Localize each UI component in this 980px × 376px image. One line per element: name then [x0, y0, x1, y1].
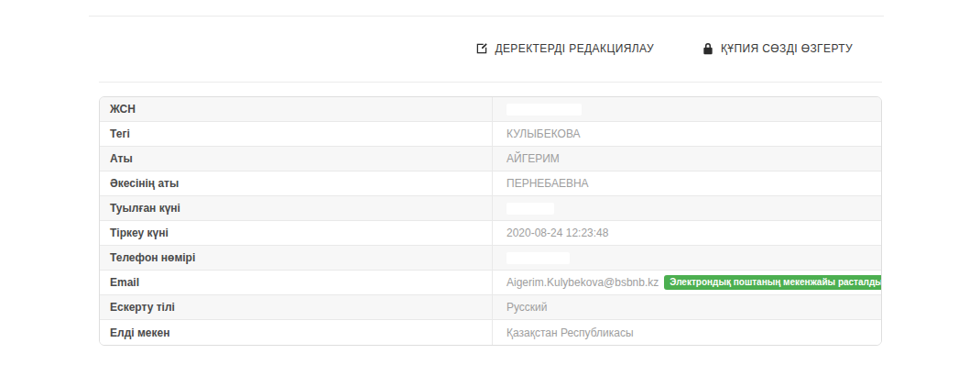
- profile-table: ЖСНТегіКУЛЫБЕКОВААтыАЙГЕРИМӘкесінің атыП…: [99, 96, 882, 346]
- profile-row-name: АтыАЙГЕРИМ: [100, 147, 881, 171]
- edit-icon: [475, 42, 488, 55]
- row-label-locality: Елді мекен: [100, 320, 493, 345]
- row-value-phone-number: [493, 246, 881, 270]
- row-label-notification-language: Ескерту тілі: [100, 295, 493, 319]
- edit-data-button-label: ДЕРЕКТЕРДІ РЕДАКЦИЯЛАУ: [495, 42, 654, 55]
- profile-row-surname: ТегіКУЛЫБЕКОВА: [100, 122, 881, 147]
- row-value-surname: КУЛЫБЕКОВА: [493, 122, 881, 146]
- profile-row-notification-language: Ескерту тіліРусский: [100, 295, 881, 320]
- profile-row-birth-date: Туылған күні: [100, 196, 881, 221]
- row-value-iin: [493, 97, 881, 121]
- row-value-birth-date: [493, 196, 881, 220]
- row-value-registration-date: 2020-08-24 12:23:48: [493, 221, 881, 245]
- content-divider: [99, 82, 882, 83]
- row-value-locality: Қазақстан Республикасы: [493, 320, 881, 345]
- row-value-text: ПЕРНЕБАЕВНА: [506, 177, 589, 190]
- row-value-text: АЙГЕРИМ: [506, 152, 560, 165]
- row-value-text: КУЛЫБЕКОВА: [506, 127, 581, 140]
- redacted-value: [506, 252, 570, 264]
- row-label-registration-date: Тіркеу күні: [100, 221, 493, 245]
- row-value-text: Aigerim.Kulybekova@bsbnb.kz: [506, 276, 659, 289]
- row-value-name: АЙГЕРИМ: [493, 147, 881, 171]
- profile-row-email: EmailAigerim.Kulybekova@bsbnb.kzЭлектрон…: [100, 271, 881, 295]
- redacted-value: [506, 203, 554, 215]
- profile-page: ДЕРЕКТЕРДІ РЕДАКЦИЯЛАУ ҚҰПИЯ СӨЗДІ ӨЗГЕР…: [0, 0, 980, 376]
- row-label-name: Аты: [100, 147, 493, 171]
- profile-row-iin: ЖСН: [100, 97, 881, 122]
- row-label-patronymic: Әкесінің аты: [100, 171, 493, 195]
- row-label-iin: ЖСН: [100, 97, 493, 121]
- profile-row-phone-number: Телефон нөмірі: [100, 246, 881, 271]
- lock-icon: [702, 42, 714, 55]
- row-value-text: Қазақстан Республикасы: [506, 326, 634, 339]
- edit-data-button[interactable]: ДЕРЕКТЕРДІ РЕДАКЦИЯЛАУ: [475, 42, 654, 55]
- row-value-patronymic: ПЕРНЕБАЕВНА: [493, 171, 881, 195]
- row-label-surname: Тегі: [100, 122, 493, 146]
- redacted-value: [506, 104, 582, 116]
- row-label-birth-date: Туылған күні: [100, 196, 493, 220]
- row-label-email: Email: [100, 271, 493, 294]
- profile-row-patronymic: Әкесінің атыПЕРНЕБАЕВНА: [100, 171, 881, 196]
- row-value-text: 2020-08-24 12:23:48: [506, 227, 608, 239]
- email-verified-badge: Электрондық поштаның мекенжайы расталды: [664, 275, 881, 291]
- row-label-phone-number: Телефон нөмірі: [100, 246, 493, 270]
- row-value-email: Aigerim.Kulybekova@bsbnb.kzЭлектрондық п…: [493, 271, 881, 294]
- change-password-button-label: ҚҰПИЯ СӨЗДІ ӨЗГЕРТУ: [721, 42, 853, 55]
- row-value-notification-language: Русский: [493, 295, 881, 319]
- profile-row-registration-date: Тіркеу күні2020-08-24 12:23:48: [100, 221, 881, 246]
- change-password-button[interactable]: ҚҰПИЯ СӨЗДІ ӨЗГЕРТУ: [702, 42, 853, 55]
- row-value-text: Русский: [506, 301, 548, 314]
- top-divider: [89, 16, 884, 17]
- toolbar: ДЕРЕКТЕРДІ РЕДАКЦИЯЛАУ ҚҰПИЯ СӨЗДІ ӨЗГЕР…: [89, 37, 882, 61]
- profile-row-locality: Елді мекенҚазақстан Республикасы: [100, 320, 881, 345]
